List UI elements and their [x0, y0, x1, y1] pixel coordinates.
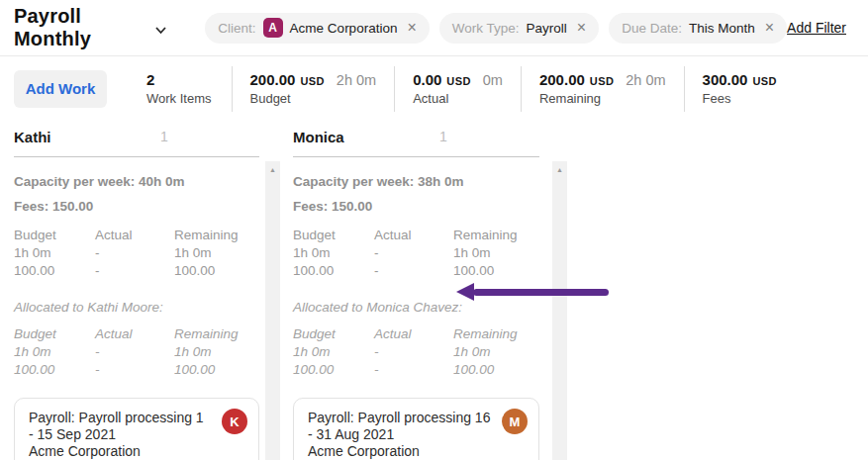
table-cell: 1h 0m	[453, 343, 539, 361]
work-item-card[interactable]: Payroll: Payroll processing 1 - 15 Sep 2…	[14, 398, 259, 460]
stat-currency: USD	[590, 75, 614, 87]
table-cell: -	[374, 343, 453, 361]
table-header: Remaining	[174, 325, 259, 343]
fees-text: Fees: 150.00	[14, 199, 259, 214]
scroll-up-arrow-icon[interactable]: ▲	[265, 161, 280, 177]
table-cell: 1h 0m	[14, 244, 95, 262]
table-cell: -	[374, 361, 453, 379]
filter-chip-value: Payroll	[527, 21, 567, 36]
table-header: Actual	[95, 325, 174, 343]
close-icon[interactable]: ×	[407, 20, 416, 36]
stat-actual: 0.00 USD 0m Actual	[395, 71, 521, 106]
table-cell: 100.00	[453, 361, 539, 379]
work-item-title: Payroll: Payroll processing 1 - 15 Sep 2…	[29, 410, 246, 442]
assignee-avatar: K	[222, 409, 247, 434]
view-selector-dropdown[interactable]: Payroll Monthly	[14, 5, 167, 50]
work-item-card[interactable]: Payroll: Payroll processing 16 - 31 Aug …	[293, 398, 539, 460]
column-count-badge: 1	[439, 129, 447, 144]
table-header: Budget	[14, 325, 95, 343]
table-cell: 1h 0m	[453, 244, 539, 262]
stat-amount: 200.00	[250, 71, 296, 88]
stats-bar: Add Work 2 Work Items 200.00 USD 2h 0m B…	[0, 56, 868, 112]
stat-fees: 300.00 USD Fees	[685, 71, 795, 106]
table-cell: -	[95, 244, 174, 262]
stat-label: Budget	[250, 91, 377, 106]
table-cell: 1h 0m	[174, 244, 259, 262]
payroll-board-app: Payroll Monthly Client: A Acme Corporati…	[0, 0, 868, 460]
table-cell: 1h 0m	[293, 244, 374, 262]
table-header: Actual	[374, 325, 453, 343]
stat-amount: 300.00	[703, 71, 748, 88]
table-header: Remaining	[453, 325, 539, 343]
filter-chip-label: Work Type:	[452, 21, 520, 36]
filter-chip-due-date[interactable]: Due Date: This Month ×	[609, 13, 787, 44]
assignee-avatar: M	[502, 409, 528, 434]
table-cell: 1h 0m	[174, 343, 259, 361]
board: Kathi 1 Capacity per week: 40h 0m Fees: …	[0, 117, 868, 460]
table-header: Budget	[14, 227, 95, 244]
filter-chip-label: Due Date:	[622, 21, 682, 36]
table-cell: -	[374, 244, 453, 262]
column-header: Monica 1	[293, 117, 539, 157]
work-item-client: Acme Corporation	[29, 443, 246, 460]
stat-currency: USD	[446, 75, 470, 87]
table-cell: 100.00	[174, 262, 259, 280]
table-cell: -	[374, 262, 453, 280]
table-cell: 1h 0m	[293, 343, 374, 361]
stat-amount: 0.00	[413, 71, 441, 88]
add-work-button[interactable]: Add Work	[14, 70, 107, 108]
table-header: Actual	[374, 227, 453, 244]
fees-text: Fees: 150.00	[293, 199, 539, 214]
chevron-down-icon	[154, 21, 167, 39]
filter-chip-client[interactable]: Client: A Acme Corporation ×	[205, 13, 429, 44]
table-cell: -	[95, 361, 174, 379]
scrollbar-monica[interactable]: ▲	[552, 161, 567, 460]
scrollbar-kathi[interactable]: ▲	[265, 161, 280, 460]
table-header: Budget	[293, 227, 374, 244]
column-header: Kathi 1	[14, 117, 259, 157]
scroll-up-arrow-icon[interactable]: ▲	[552, 161, 567, 177]
filter-chip-label: Client:	[218, 21, 255, 36]
work-item-title: Payroll: Payroll processing 16 - 31 Aug …	[308, 410, 527, 442]
close-icon[interactable]: ×	[577, 20, 586, 36]
allocated-table: Budget Actual Remaining 1h 0m - 1h 0m 10…	[293, 325, 539, 379]
table-header: Budget	[293, 325, 374, 343]
column-name: Kathi	[14, 129, 51, 145]
add-filter-link[interactable]: Add Filter	[787, 20, 846, 36]
top-bar: Payroll Monthly Client: A Acme Corporati…	[0, 0, 868, 56]
table-header: Actual	[95, 227, 174, 244]
stat-currency: USD	[752, 75, 776, 87]
filter-chip-value: Acme Corporation	[290, 21, 398, 36]
stat-label: Actual	[413, 91, 503, 106]
client-avatar: A	[263, 18, 283, 38]
table-cell: 100.00	[453, 262, 539, 280]
stat-label: Fees	[703, 91, 777, 106]
page-title: Payroll Monthly	[14, 5, 145, 50]
work-item-client: Acme Corporation	[308, 443, 527, 460]
allocated-label: Allocated to Monica Chavez:	[293, 300, 539, 315]
table-cell: 100.00	[14, 361, 95, 379]
table-cell: 100.00	[293, 361, 374, 379]
stat-time: 2h 0m	[337, 72, 376, 88]
capacity-text: Capacity per week: 38h 0m	[293, 174, 539, 189]
stat-remaining: 200.00 USD 2h 0m Remaining	[522, 71, 684, 106]
table-cell: 1h 0m	[14, 343, 95, 361]
stat-time: 2h 0m	[626, 72, 665, 88]
stat-currency: USD	[300, 75, 324, 87]
filter-chip-value: This Month	[689, 21, 755, 36]
filter-chip-work-type[interactable]: Work Type: Payroll ×	[439, 13, 599, 44]
table-cell: 100.00	[14, 262, 95, 280]
summary-table: Budget Actual Remaining 1h 0m - 1h 0m 10…	[293, 227, 539, 280]
table-cell: -	[95, 262, 174, 280]
stat-label: Work Items	[146, 91, 212, 106]
column-kathi: Kathi 1 Capacity per week: 40h 0m Fees: …	[14, 117, 259, 460]
stat-time: 0m	[483, 72, 503, 88]
table-header: Remaining	[453, 227, 539, 244]
stat-amount: 200.00	[539, 71, 585, 88]
work-items-count: 2	[146, 71, 154, 88]
column-count-badge: 1	[160, 129, 168, 144]
table-header: Remaining	[174, 227, 259, 244]
column-name: Monica	[293, 129, 344, 145]
close-icon[interactable]: ×	[765, 20, 774, 36]
allocated-label: Allocated to Kathi Moore:	[14, 300, 259, 315]
